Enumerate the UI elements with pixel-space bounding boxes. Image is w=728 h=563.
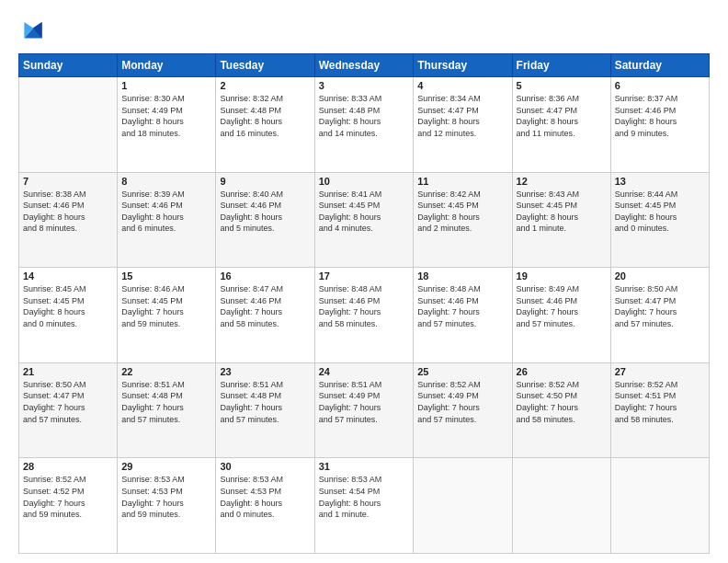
col-header-tuesday: Tuesday <box>216 54 314 77</box>
calendar-cell <box>512 458 610 554</box>
calendar-cell: 17Sunrise: 8:48 AM Sunset: 4:46 PM Dayli… <box>314 268 414 363</box>
day-number: 7 <box>23 176 113 187</box>
calendar-cell <box>414 458 512 554</box>
calendar-row-3: 21Sunrise: 8:50 AM Sunset: 4:47 PM Dayli… <box>19 362 710 458</box>
day-number: 14 <box>23 270 113 282</box>
calendar-row-0: 1Sunrise: 8:30 AM Sunset: 4:49 PM Daylig… <box>19 77 710 173</box>
calendar-cell: 7Sunrise: 8:38 AM Sunset: 4:46 PM Daylig… <box>19 172 118 268</box>
col-header-wednesday: Wednesday <box>314 54 414 77</box>
col-header-thursday: Thursday <box>414 54 512 77</box>
calendar-row-4: 28Sunrise: 8:52 AM Sunset: 4:52 PM Dayli… <box>19 458 710 554</box>
day-info: Sunrise: 8:36 AM Sunset: 4:47 PM Dayligh… <box>517 93 607 139</box>
calendar-cell: 9Sunrise: 8:40 AM Sunset: 4:46 PM Daylig… <box>216 172 314 268</box>
day-info: Sunrise: 8:41 AM Sunset: 4:45 PM Dayligh… <box>319 189 410 235</box>
day-number: 30 <box>220 461 310 472</box>
day-number: 5 <box>517 80 607 91</box>
calendar-cell <box>19 77 118 173</box>
day-number: 28 <box>23 461 113 472</box>
day-number: 3 <box>319 80 410 91</box>
day-info: Sunrise: 8:52 AM Sunset: 4:52 PM Dayligh… <box>23 474 113 520</box>
calendar-cell: 6Sunrise: 8:37 AM Sunset: 4:46 PM Daylig… <box>610 77 709 173</box>
day-number: 2 <box>220 80 310 91</box>
day-info: Sunrise: 8:34 AM Sunset: 4:47 PM Dayligh… <box>417 93 507 139</box>
day-info: Sunrise: 8:52 AM Sunset: 4:49 PM Dayligh… <box>417 379 507 425</box>
calendar-cell: 21Sunrise: 8:50 AM Sunset: 4:47 PM Dayli… <box>19 362 118 458</box>
calendar-cell: 25Sunrise: 8:52 AM Sunset: 4:49 PM Dayli… <box>414 362 512 458</box>
day-info: Sunrise: 8:30 AM Sunset: 4:49 PM Dayligh… <box>121 93 211 139</box>
calendar-cell: 2Sunrise: 8:32 AM Sunset: 4:48 PM Daylig… <box>216 77 314 173</box>
day-info: Sunrise: 8:38 AM Sunset: 4:46 PM Dayligh… <box>23 189 113 235</box>
calendar-cell: 3Sunrise: 8:33 AM Sunset: 4:48 PM Daylig… <box>314 77 414 173</box>
calendar-cell: 23Sunrise: 8:51 AM Sunset: 4:48 PM Dayli… <box>216 362 314 458</box>
col-header-monday: Monday <box>118 54 216 77</box>
day-info: Sunrise: 8:51 AM Sunset: 4:49 PM Dayligh… <box>319 379 410 425</box>
calendar-cell: 20Sunrise: 8:50 AM Sunset: 4:47 PM Dayli… <box>610 268 709 363</box>
calendar-cell: 16Sunrise: 8:47 AM Sunset: 4:46 PM Dayli… <box>216 268 314 363</box>
day-number: 8 <box>121 176 211 187</box>
day-number: 24 <box>319 366 410 377</box>
calendar-cell: 26Sunrise: 8:52 AM Sunset: 4:50 PM Dayli… <box>512 362 610 458</box>
day-info: Sunrise: 8:50 AM Sunset: 4:47 PM Dayligh… <box>615 283 705 329</box>
day-number: 22 <box>121 366 211 377</box>
day-info: Sunrise: 8:40 AM Sunset: 4:46 PM Dayligh… <box>220 189 310 235</box>
calendar-cell: 29Sunrise: 8:53 AM Sunset: 4:53 PM Dayli… <box>118 458 216 554</box>
day-info: Sunrise: 8:37 AM Sunset: 4:46 PM Dayligh… <box>615 93 705 139</box>
calendar-row-1: 7Sunrise: 8:38 AM Sunset: 4:46 PM Daylig… <box>19 172 710 268</box>
calendar-cell: 27Sunrise: 8:52 AM Sunset: 4:51 PM Dayli… <box>610 362 709 458</box>
header <box>18 15 710 44</box>
day-number: 20 <box>615 270 705 282</box>
calendar-cell: 12Sunrise: 8:43 AM Sunset: 4:45 PM Dayli… <box>512 172 610 268</box>
day-info: Sunrise: 8:47 AM Sunset: 4:46 PM Dayligh… <box>220 283 310 329</box>
calendar-cell: 18Sunrise: 8:48 AM Sunset: 4:46 PM Dayli… <box>414 268 512 363</box>
col-header-saturday: Saturday <box>610 54 709 77</box>
day-info: Sunrise: 8:50 AM Sunset: 4:47 PM Dayligh… <box>23 379 113 425</box>
calendar-cell: 28Sunrise: 8:52 AM Sunset: 4:52 PM Dayli… <box>19 458 118 554</box>
day-info: Sunrise: 8:53 AM Sunset: 4:53 PM Dayligh… <box>220 474 310 520</box>
day-info: Sunrise: 8:51 AM Sunset: 4:48 PM Dayligh… <box>220 379 310 425</box>
calendar-cell: 8Sunrise: 8:39 AM Sunset: 4:46 PM Daylig… <box>118 172 216 268</box>
calendar-cell: 5Sunrise: 8:36 AM Sunset: 4:47 PM Daylig… <box>512 77 610 173</box>
page: SundayMondayTuesdayWednesdayThursdayFrid… <box>0 0 728 563</box>
day-number: 1 <box>121 80 211 91</box>
calendar-cell <box>610 458 709 554</box>
day-info: Sunrise: 8:45 AM Sunset: 4:45 PM Dayligh… <box>23 283 113 329</box>
calendar-cell: 13Sunrise: 8:44 AM Sunset: 4:45 PM Dayli… <box>610 172 709 268</box>
calendar-cell: 4Sunrise: 8:34 AM Sunset: 4:47 PM Daylig… <box>414 77 512 173</box>
logo-icon <box>18 15 48 44</box>
logo <box>18 15 51 44</box>
calendar-row-2: 14Sunrise: 8:45 AM Sunset: 4:45 PM Dayli… <box>19 268 710 363</box>
day-info: Sunrise: 8:48 AM Sunset: 4:46 PM Dayligh… <box>319 283 410 329</box>
calendar-cell: 14Sunrise: 8:45 AM Sunset: 4:45 PM Dayli… <box>19 268 118 363</box>
calendar-cell: 11Sunrise: 8:42 AM Sunset: 4:45 PM Dayli… <box>414 172 512 268</box>
day-number: 9 <box>220 176 310 187</box>
day-info: Sunrise: 8:53 AM Sunset: 4:53 PM Dayligh… <box>121 474 211 520</box>
day-number: 16 <box>220 270 310 282</box>
day-info: Sunrise: 8:33 AM Sunset: 4:48 PM Dayligh… <box>319 93 410 139</box>
day-number: 18 <box>417 270 507 282</box>
day-number: 11 <box>417 176 507 187</box>
calendar-cell: 31Sunrise: 8:53 AM Sunset: 4:54 PM Dayli… <box>314 458 414 554</box>
day-number: 6 <box>615 80 705 91</box>
col-header-sunday: Sunday <box>19 54 118 77</box>
day-info: Sunrise: 8:49 AM Sunset: 4:46 PM Dayligh… <box>517 283 607 329</box>
calendar-cell: 24Sunrise: 8:51 AM Sunset: 4:49 PM Dayli… <box>314 362 414 458</box>
day-number: 21 <box>23 366 113 377</box>
day-info: Sunrise: 8:42 AM Sunset: 4:45 PM Dayligh… <box>417 189 507 235</box>
day-number: 15 <box>121 270 211 282</box>
day-number: 27 <box>615 366 705 377</box>
day-info: Sunrise: 8:48 AM Sunset: 4:46 PM Dayligh… <box>417 283 507 329</box>
day-info: Sunrise: 8:51 AM Sunset: 4:48 PM Dayligh… <box>121 379 211 425</box>
day-number: 12 <box>517 176 607 187</box>
day-info: Sunrise: 8:39 AM Sunset: 4:46 PM Dayligh… <box>121 189 211 235</box>
calendar-cell: 1Sunrise: 8:30 AM Sunset: 4:49 PM Daylig… <box>118 77 216 173</box>
day-number: 26 <box>517 366 607 377</box>
calendar-cell: 15Sunrise: 8:46 AM Sunset: 4:45 PM Dayli… <box>118 268 216 363</box>
calendar-table: SundayMondayTuesdayWednesdayThursdayFrid… <box>18 53 710 554</box>
day-number: 23 <box>220 366 310 377</box>
day-number: 31 <box>319 461 410 472</box>
day-info: Sunrise: 8:43 AM Sunset: 4:45 PM Dayligh… <box>517 189 607 235</box>
day-number: 10 <box>319 176 410 187</box>
calendar-cell: 22Sunrise: 8:51 AM Sunset: 4:48 PM Dayli… <box>118 362 216 458</box>
day-number: 17 <box>319 270 410 282</box>
day-info: Sunrise: 8:52 AM Sunset: 4:51 PM Dayligh… <box>615 379 705 425</box>
